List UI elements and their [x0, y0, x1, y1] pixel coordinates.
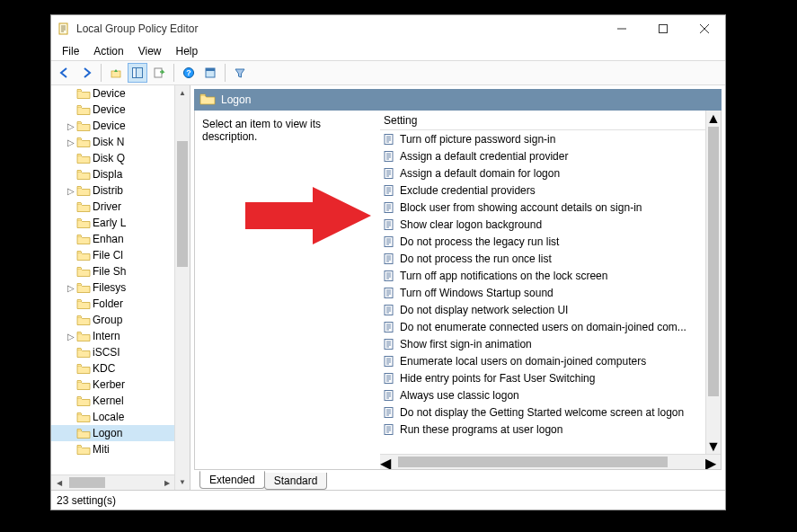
tree-item[interactable]: Folder — [51, 296, 190, 312]
tree-item[interactable]: Disk Q — [51, 150, 190, 166]
setting-item[interactable]: Do not process the run once list — [380, 250, 721, 267]
menu-file[interactable]: File — [55, 43, 86, 59]
column-header-setting[interactable]: Setting — [380, 111, 721, 130]
body: DeviceDevice▷Device▷Disk NDisk QDispla▷D… — [51, 85, 725, 490]
setting-item[interactable]: Turn off picture password sign-in — [380, 130, 721, 147]
tab-standard[interactable]: Standard — [264, 473, 328, 490]
scroll-left-icon[interactable]: ◀ — [380, 455, 395, 469]
close-button[interactable] — [684, 15, 725, 42]
tree-item-label: Disk Q — [93, 152, 125, 164]
tree-item[interactable]: Locale — [51, 409, 190, 425]
list-hscroll[interactable]: ◀ ▶ — [380, 454, 721, 469]
expand-icon[interactable]: ▷ — [66, 186, 76, 196]
tree-item[interactable]: ▷Intern — [51, 328, 190, 344]
folder-icon — [76, 184, 91, 197]
content-title: Logon — [221, 93, 251, 106]
tree-vscroll[interactable]: ▲ ▼ — [174, 85, 190, 490]
scroll-up-icon[interactable]: ▲ — [706, 111, 721, 126]
app-icon — [57, 22, 71, 36]
tree-item[interactable]: ▷Device — [51, 118, 190, 134]
minimize-button[interactable] — [601, 15, 642, 42]
tree-hscroll[interactable]: ◀ ▶ — [51, 474, 174, 490]
export-button[interactable] — [149, 63, 169, 83]
setting-label: Show first sign-in animation — [400, 338, 532, 350]
folder-icon — [76, 168, 91, 181]
expand-icon[interactable]: ▷ — [66, 121, 76, 131]
setting-item[interactable]: Exclude credential providers — [380, 182, 721, 199]
menu-view[interactable]: View — [131, 43, 169, 59]
setting-item[interactable]: Do not process the legacy run list — [380, 233, 721, 250]
maximize-button[interactable] — [642, 15, 684, 42]
scroll-thumb[interactable] — [398, 457, 668, 467]
scroll-thumb[interactable] — [69, 477, 105, 488]
tree-item[interactable]: iSCSI — [51, 344, 190, 360]
tree-item[interactable]: ▷Disk N — [51, 134, 190, 150]
tree-item-label: Device — [93, 103, 126, 116]
filter-button[interactable] — [230, 63, 250, 83]
setting-item[interactable]: Assign a default credential provider — [380, 147, 721, 164]
setting-item[interactable]: Enumerate local users on domain-joined c… — [380, 352, 721, 369]
menu-action[interactable]: Action — [86, 43, 130, 59]
scroll-left-icon[interactable]: ◀ — [51, 475, 66, 490]
menu-help[interactable]: Help — [169, 43, 206, 59]
list-vscroll[interactable]: ▲ ▼ — [705, 111, 721, 454]
tree-item[interactable]: Logon — [51, 425, 190, 441]
tab-extended[interactable]: Extended — [199, 471, 265, 489]
setting-item[interactable]: Show first sign-in animation — [380, 335, 721, 352]
show-tree-button[interactable] — [128, 63, 147, 83]
tree-item[interactable]: File Sh — [51, 263, 190, 279]
tree-item-label: Logon — [93, 427, 122, 439]
tree-item[interactable]: Enhan — [51, 231, 190, 247]
folder-icon — [199, 93, 216, 108]
scroll-up-icon[interactable]: ▲ — [175, 85, 190, 101]
scroll-right-icon[interactable]: ▶ — [705, 455, 721, 469]
scroll-right-icon[interactable]: ▶ — [159, 475, 174, 490]
help-button[interactable]: ? — [179, 63, 199, 83]
tree-item[interactable]: Driver — [51, 199, 190, 215]
svg-rect-19 — [385, 288, 393, 297]
tree-item[interactable]: KDC — [51, 360, 190, 377]
setting-item[interactable]: Do not enumerate connected users on doma… — [380, 318, 721, 335]
expand-icon[interactable]: ▷ — [66, 332, 76, 341]
tree-item[interactable]: Device — [51, 85, 190, 102]
titlebar[interactable]: Local Group Policy Editor — [51, 15, 725, 42]
setting-item[interactable]: Do not display network selection UI — [380, 301, 721, 318]
tree-item[interactable]: Device — [51, 102, 190, 118]
setting-item[interactable]: Do not display the Getting Started welco… — [380, 403, 721, 421]
setting-label: Enumerate local users on domain-joined c… — [400, 355, 646, 368]
forward-button[interactable] — [76, 63, 96, 83]
scroll-thumb[interactable] — [177, 141, 188, 267]
tree-item[interactable]: Kerber — [51, 377, 190, 393]
scroll-down-icon[interactable]: ▼ — [706, 439, 721, 454]
setting-item[interactable]: Turn off app notifications on the lock s… — [380, 267, 721, 284]
svg-rect-15 — [385, 219, 393, 229]
scroll-thumb[interactable] — [708, 127, 719, 396]
expand-icon[interactable]: ▷ — [66, 137, 76, 147]
tree-item[interactable]: Miti — [51, 441, 190, 457]
tree-item[interactable]: File Cl — [51, 247, 190, 263]
tree-item[interactable]: ▷Filesys — [51, 279, 190, 296]
svg-rect-27 — [385, 424, 393, 434]
folder-icon — [76, 427, 91, 439]
setting-item[interactable]: Always use classic logon — [380, 386, 721, 403]
policy-icon — [382, 423, 396, 436]
svg-rect-25 — [385, 390, 393, 400]
setting-item[interactable]: Block user from showing account details … — [380, 199, 721, 216]
setting-item[interactable]: Show clear logon background — [380, 216, 721, 233]
setting-item[interactable]: Hide entry points for Fast User Switchin… — [380, 369, 721, 386]
setting-item[interactable]: Turn off Windows Startup sound — [380, 284, 721, 301]
scroll-down-icon[interactable]: ▼ — [175, 474, 190, 490]
tree-item[interactable]: Group — [51, 312, 190, 328]
back-button[interactable] — [55, 63, 75, 83]
policy-icon — [382, 235, 396, 248]
tree-item[interactable]: Early L — [51, 215, 190, 231]
tree-item[interactable]: Displa — [51, 166, 190, 182]
setting-item[interactable]: Assign a default domain for logon — [380, 164, 721, 182]
tree-item[interactable]: Kernel — [51, 393, 190, 409]
expand-icon[interactable]: ▷ — [66, 283, 76, 293]
setting-item[interactable]: Run these programs at user logon — [380, 421, 721, 438]
up-button[interactable] — [106, 63, 126, 83]
folder-icon — [76, 120, 91, 132]
properties-button[interactable] — [200, 63, 220, 83]
tree-item[interactable]: ▷Distrib — [51, 182, 190, 199]
